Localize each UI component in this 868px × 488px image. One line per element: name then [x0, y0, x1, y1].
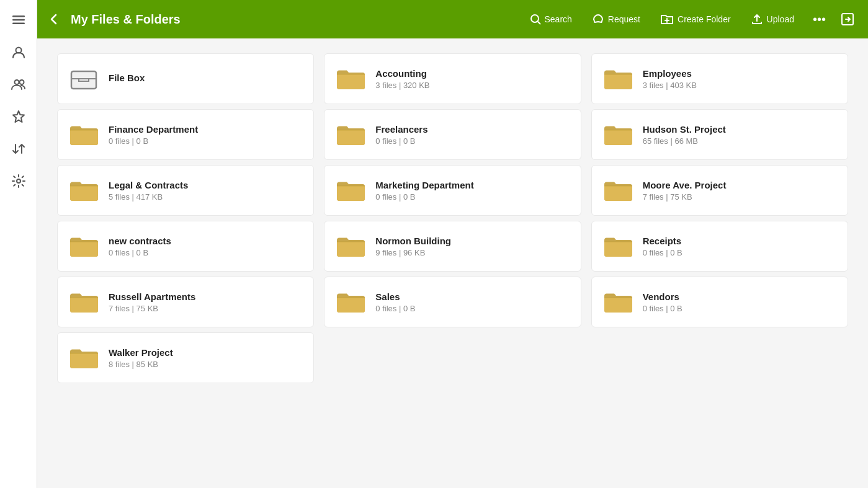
- folder-info-normon: Normon Building 9 files | 96 KB: [375, 236, 570, 257]
- folder-icon: [334, 286, 367, 318]
- file-box-item[interactable]: File Box: [57, 53, 314, 104]
- request-label: Request: [608, 14, 640, 24]
- create-folder-button[interactable]: Create Folder: [653, 10, 738, 29]
- folder-meta-accounting: 3 files | 320 KB: [375, 81, 570, 90]
- page-title: My Files & Folders: [71, 12, 512, 27]
- folder-icon: [68, 342, 100, 374]
- folder-name-sales: Sales: [375, 291, 570, 302]
- folder-icon: [68, 174, 100, 206]
- folder-icon: [602, 286, 634, 318]
- content-area: File Box Accounting 3 files | 320 KB: [37, 38, 868, 488]
- folder-meta-moore: 7 files | 75 KB: [643, 192, 838, 202]
- sidebar-person-icon[interactable]: [5, 38, 32, 66]
- folder-meta-hudson: 65 files | 66 MB: [643, 136, 838, 146]
- folder-info-legal: Legal & Contracts 5 files | 417 KB: [109, 180, 303, 202]
- folder-item-marketing[interactable]: Marketing Department 0 files | 0 B: [324, 165, 581, 216]
- folder-name-moore: Moore Ave. Project: [643, 180, 838, 190]
- create-folder-label: Create Folder: [678, 14, 731, 24]
- search-label: Search: [545, 14, 572, 24]
- folder-name-finance: Finance Department: [109, 124, 303, 135]
- upload-button[interactable]: Upload: [743, 9, 802, 29]
- folder-meta-receipts: 0 files | 0 B: [643, 248, 838, 257]
- folder-icon: [334, 174, 367, 206]
- folder-name-normon: Normon Building: [375, 236, 570, 246]
- folder-icon: [68, 118, 100, 151]
- folder-item-receipts[interactable]: Receipts 0 files | 0 B: [591, 221, 848, 272]
- header: My Files & Folders Search Request: [37, 0, 868, 38]
- folder-name-new-contracts: new contracts: [109, 236, 303, 246]
- folder-name-marketing: Marketing Department: [375, 180, 570, 190]
- folder-meta-marketing: 0 files | 0 B: [375, 192, 570, 202]
- folder-item-russell[interactable]: Russell Apartments 7 files | 75 KB: [57, 277, 314, 327]
- request-button[interactable]: Request: [584, 10, 648, 29]
- folder-info-employees: Employees 3 files | 403 KB: [643, 68, 838, 90]
- folder-meta-employees: 3 files | 403 KB: [643, 81, 838, 90]
- svg-rect-0: [12, 16, 25, 17]
- folder-info-walker: Walker Project 8 files | 85 KB: [109, 347, 303, 369]
- folder-info-finance: Finance Department 0 files | 0 B: [109, 124, 303, 146]
- folder-name-russell: Russell Apartments: [109, 291, 303, 302]
- folder-item-legal[interactable]: Legal & Contracts 5 files | 417 KB: [57, 165, 314, 216]
- folder-info-sales: Sales 0 files | 0 B: [375, 291, 570, 313]
- sidebar-star-icon[interactable]: [5, 103, 32, 130]
- folder-name-vendors: Vendors: [643, 291, 838, 302]
- folder-info-freelancers: Freelancers 0 files | 0 B: [375, 124, 570, 146]
- folder-icon: [68, 286, 100, 318]
- folder-meta-walker: 8 files | 85 KB: [109, 360, 303, 369]
- folder-meta-new-contracts: 0 files | 0 B: [109, 248, 303, 257]
- main-area: My Files & Folders Search Request: [37, 0, 868, 488]
- folder-info-receipts: Receipts 0 files | 0 B: [643, 236, 838, 257]
- svg-marker-6: [13, 111, 24, 122]
- file-box-name: File Box: [109, 73, 303, 83]
- folder-item-moore[interactable]: Moore Ave. Project 7 files | 75 KB: [591, 165, 848, 216]
- svg-rect-1: [12, 19, 25, 21]
- folder-info-russell: Russell Apartments 7 files | 75 KB: [109, 291, 303, 313]
- sidebar-settings-icon[interactable]: [5, 167, 32, 195]
- more-button[interactable]: •••: [807, 9, 832, 30]
- folder-item-walker[interactable]: Walker Project 8 files | 85 KB: [57, 332, 314, 383]
- folder-item-normon[interactable]: Normon Building 9 files | 96 KB: [324, 221, 581, 272]
- sidebar-group-icon[interactable]: [5, 71, 32, 98]
- folder-item-new-contracts[interactable]: new contracts 0 files | 0 B: [57, 221, 314, 272]
- folder-item-vendors[interactable]: Vendors 0 files | 0 B: [591, 277, 848, 327]
- svg-rect-2: [12, 23, 25, 25]
- folder-icon: [334, 63, 367, 95]
- file-box-icon: [68, 63, 100, 95]
- folder-item-employees[interactable]: Employees 3 files | 403 KB: [591, 53, 848, 104]
- file-box-info: File Box: [109, 73, 303, 85]
- svg-point-8: [531, 15, 539, 22]
- folder-meta-sales: 0 files | 0 B: [375, 304, 570, 313]
- folder-name-employees: Employees: [643, 68, 838, 79]
- folder-icon: [334, 118, 367, 151]
- search-button[interactable]: Search: [522, 10, 579, 29]
- folder-item-hudson[interactable]: Hudson St. Project 65 files | 66 MB: [591, 109, 848, 160]
- folder-info-moore: Moore Ave. Project 7 files | 75 KB: [643, 180, 838, 202]
- exit-button[interactable]: [837, 9, 858, 30]
- folder-meta-legal: 5 files | 417 KB: [109, 192, 303, 202]
- sidebar-transfer-icon[interactable]: [5, 135, 32, 162]
- folders-grid: File Box Accounting 3 files | 320 KB: [57, 53, 848, 383]
- folder-name-accounting: Accounting: [375, 68, 570, 79]
- folder-name-walker: Walker Project: [109, 347, 303, 358]
- folder-meta-normon: 9 files | 96 KB: [375, 248, 570, 257]
- folder-info-marketing: Marketing Department 0 files | 0 B: [375, 180, 570, 202]
- folder-item-accounting[interactable]: Accounting 3 files | 320 KB: [324, 53, 581, 104]
- folder-info-accounting: Accounting 3 files | 320 KB: [375, 68, 570, 90]
- folder-item-finance[interactable]: Finance Department 0 files | 0 B: [57, 109, 314, 160]
- folder-info-vendors: Vendors 0 files | 0 B: [643, 291, 838, 313]
- folder-meta-freelancers: 0 files | 0 B: [375, 136, 570, 146]
- folder-name-hudson: Hudson St. Project: [643, 124, 838, 135]
- folder-item-freelancers[interactable]: Freelancers 0 files | 0 B: [324, 109, 581, 160]
- folder-icon: [68, 230, 100, 262]
- sidebar-menu-icon[interactable]: [5, 6, 32, 33]
- folder-icon: [602, 174, 634, 206]
- upload-label: Upload: [767, 14, 794, 24]
- folder-meta-vendors: 0 files | 0 B: [643, 304, 838, 313]
- folder-icon: [602, 230, 634, 262]
- back-button[interactable]: [47, 12, 61, 26]
- folder-icon: [334, 230, 367, 262]
- folder-icon: [602, 118, 634, 151]
- folder-meta-finance: 0 files | 0 B: [109, 136, 303, 146]
- svg-point-5: [19, 80, 24, 84]
- folder-item-sales[interactable]: Sales 0 files | 0 B: [324, 277, 581, 327]
